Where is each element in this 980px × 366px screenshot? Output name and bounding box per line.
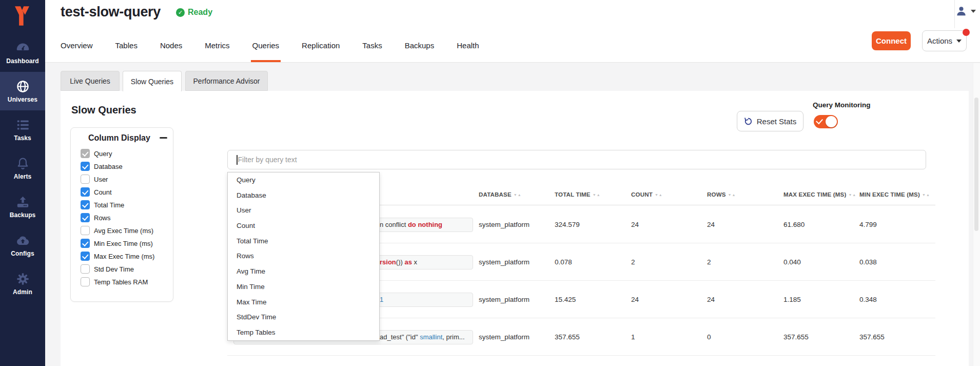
query-filter-input[interactable]: Filter by query text [227,150,926,169]
column-option-max-exec-time-ms[interactable]: Max Exec Time (ms) [81,252,154,261]
nav-tab-health[interactable]: Health [457,28,479,62]
cell-total-time: 15.425 [555,281,576,318]
checkbox-checked-icon[interactable] [81,252,90,261]
cell-database: system_platform [479,318,530,356]
column-option-min-exec-time-ms[interactable]: Min Exec Time (ms) [81,239,153,248]
sidebar-item-configs[interactable]: Configs [0,226,45,264]
checkbox-checked-icon[interactable] [81,239,90,248]
dropdown-item-min-time[interactable]: Min Time [228,279,379,295]
nav-tab-nodes[interactable]: Nodes [160,28,182,62]
dropdown-item-stddev-time[interactable]: StdDev Time [228,310,379,325]
column-option-rows[interactable]: Rows [81,213,111,222]
dropdown-item-temp-tables[interactable]: Temp Tables [228,325,379,340]
dropdown-item-total-time[interactable]: Total Time [228,234,379,249]
column-option-database[interactable]: Database [81,162,123,171]
sidebar-item-dashboard[interactable]: Dashboard [0,33,45,72]
dropdown-item-user[interactable]: User [228,203,379,218]
cell-min-exec-time-ms: 4.799 [859,206,877,243]
sidebar-item-label: Universes [8,96,37,103]
sidebar-item-tasks[interactable]: Tasks [0,110,45,149]
cell-count: 24 [631,281,639,318]
filter-placeholder: Filter by query text [238,156,297,164]
checkbox-checked-icon[interactable] [81,162,90,171]
nav-tab-tasks[interactable]: Tasks [362,28,382,62]
subtab-performance-advisor[interactable]: Performance Advisor [185,71,268,91]
cell-min-exec-time-ms: 0.038 [859,243,877,281]
column-header-min-exec-time-ms[interactable]: MIN EXEC TIME (MS)▼▲ [859,191,930,198]
checkbox-checked-icon[interactable] [81,213,90,222]
checkbox-label: Rows [94,214,111,222]
column-option-avg-exec-time-ms[interactable]: Avg Exec Time (ms) [81,226,153,235]
checkbox-label: Query [94,150,112,158]
checkbox-unchecked-icon[interactable] [81,175,90,184]
scrollbar-thumb[interactable] [974,98,978,231]
sort-arrows-icon[interactable]: ▼▲ [655,193,663,197]
dropdown-item-database[interactable]: Database [228,188,379,203]
sidebar-item-admin[interactable]: Admin [0,264,45,303]
column-option-user[interactable]: User [81,175,108,184]
column-header-database[interactable]: DATABASE▼▲ [479,191,522,198]
nav-tab-backups[interactable]: Backups [405,28,435,62]
sidebar: DashboardUniversesTasksAlertsBackupsConf… [0,0,45,366]
dropdown-item-count[interactable]: Count [228,218,379,234]
column-header-count[interactable]: COUNT▼▲ [631,191,663,198]
sort-arrows-icon[interactable]: ▼▲ [848,193,856,197]
yugabyte-logo-icon[interactable] [14,6,30,26]
dropdown-item-rows[interactable]: Rows [228,248,379,264]
column-header-total-time[interactable]: TOTAL TIME▼▲ [555,191,601,198]
user-menu[interactable] [955,5,976,17]
dropdown-item-query[interactable]: Query [228,172,379,188]
sort-arrows-icon[interactable]: ▼▲ [593,193,601,197]
connect-button[interactable]: Connect [872,31,911,50]
checkbox-checked-icon[interactable] [81,149,90,158]
column-header-max-exec-time-ms[interactable]: MAX EXEC TIME (MS)▼▲ [783,191,856,198]
dropdown-item-avg-time[interactable]: Avg Time [228,264,379,279]
dropdown-item-max-time[interactable]: Max Time [228,295,379,310]
filter-field-dropdown: QueryDatabaseUserCountTotal TimeRowsAvg … [227,172,380,341]
checkbox-unchecked-icon[interactable] [81,277,90,286]
universe-nav-tabs: OverviewTablesNodesMetricsQueriesReplica… [61,28,479,62]
column-option-temp-tables-ram[interactable]: Temp Tables RAM [81,277,148,286]
tasks-icon [16,118,30,132]
nav-tab-queries[interactable]: Queries [252,28,280,62]
sidebar-item-label: Configs [11,250,34,257]
actions-button[interactable]: Actions [922,30,967,51]
sidebar-item-label: Alerts [14,173,32,180]
checkbox-unchecked-icon[interactable] [81,264,90,274]
sidebar-item-universes[interactable]: Universes [0,72,45,110]
nav-tab-replication[interactable]: Replication [302,28,340,62]
divider [954,0,955,28]
toggle-knob [826,116,837,127]
sort-arrows-icon[interactable]: ▼▲ [728,193,736,197]
column-option-query[interactable]: Query [81,149,112,158]
sidebar-item-alerts[interactable]: Alerts [0,149,45,187]
reset-stats-button[interactable]: Reset Stats [737,111,803,131]
checkbox-label: Total Time [94,201,124,209]
cell-database: system_platform [479,206,530,243]
column-header-rows[interactable]: ROWS▼▲ [707,191,736,198]
nav-tab-overview[interactable]: Overview [61,28,93,62]
checkbox-label: Std Dev Time [94,265,134,273]
subtab-slow-queries[interactable]: Slow Queries [123,71,182,91]
sidebar-item-backups[interactable]: Backups [0,187,45,226]
sort-arrows-icon[interactable]: ▼▲ [514,193,522,197]
checkbox-checked-icon[interactable] [81,187,90,197]
query-monitoring-toggle[interactable] [814,115,838,128]
column-option-std-dev-time[interactable]: Std Dev Time [81,264,134,274]
nav-tab-metrics[interactable]: Metrics [205,28,229,62]
nav-tab-tables[interactable]: Tables [115,28,138,62]
column-display-title: Column Display [88,133,150,143]
query-snippet-text: ad_test" ("id" smallint, prim... [380,331,465,344]
sort-arrows-icon[interactable]: ▼▲ [922,193,930,197]
reset-icon [744,117,753,126]
cell-max-exec-time-ms: 357.655 [783,318,809,356]
query-monitoring-label: Query Monitoring [813,101,871,109]
cell-count: 24 [631,206,639,243]
checkbox-checked-icon[interactable] [81,200,90,209]
subtab-live-queries[interactable]: Live Queries [61,71,120,91]
column-option-total-time[interactable]: Total Time [81,200,124,209]
collapse-minus-icon[interactable] [160,137,167,139]
check-icon [816,117,823,124]
column-option-count[interactable]: Count [81,187,112,197]
checkbox-unchecked-icon[interactable] [81,226,90,235]
